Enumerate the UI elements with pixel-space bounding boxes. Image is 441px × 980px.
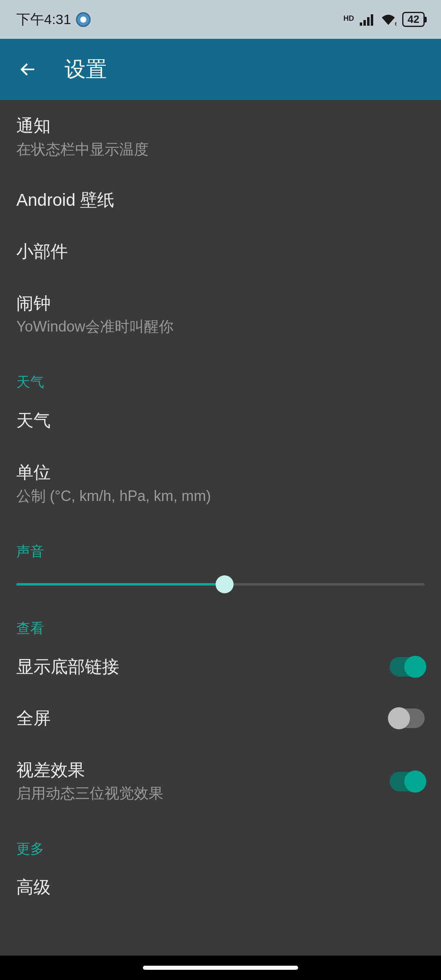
svg-rect-1 bbox=[363, 20, 366, 26]
section-more: 更多 bbox=[16, 818, 425, 862]
item-advanced[interactable]: 高级 bbox=[16, 862, 425, 899]
page-title: 设置 bbox=[65, 55, 107, 84]
item-widget[interactable]: 小部件 bbox=[16, 226, 425, 278]
toggle-knob bbox=[404, 656, 426, 678]
status-right: HD 6 42 bbox=[343, 12, 425, 27]
status-time: 下午4:31 bbox=[16, 10, 71, 29]
slider-fill bbox=[16, 583, 225, 586]
item-units[interactable]: 单位 公制 (°C, km/h, hPa, km, mm) bbox=[16, 447, 425, 521]
sound-slider[interactable] bbox=[16, 564, 425, 598]
item-title: 显示底部链接 bbox=[16, 656, 390, 678]
arrow-left-icon bbox=[18, 60, 38, 79]
status-bar: 下午4:31 HD 6 42 bbox=[0, 0, 441, 39]
item-title: 闹钟 bbox=[16, 292, 425, 315]
item-sub: 在状态栏中显示温度 bbox=[16, 140, 425, 160]
svg-rect-3 bbox=[371, 14, 373, 26]
item-fullscreen[interactable]: 全屏 bbox=[16, 693, 425, 744]
app-bar: 设置 bbox=[0, 39, 441, 100]
nav-handle[interactable] bbox=[143, 966, 298, 970]
item-wallpaper[interactable]: Android 壁纸 bbox=[16, 174, 425, 226]
svg-rect-0 bbox=[360, 22, 362, 26]
item-title: 视差效果 bbox=[16, 759, 390, 782]
item-notification[interactable]: 通知 在状态栏中显示温度 bbox=[16, 100, 425, 174]
item-bottom-links[interactable]: 显示底部链接 bbox=[16, 641, 425, 693]
item-title: 全屏 bbox=[16, 707, 390, 730]
section-sound: 声音 bbox=[16, 521, 425, 564]
item-title: 高级 bbox=[16, 876, 425, 899]
signal-icon bbox=[360, 13, 374, 26]
svg-text:6: 6 bbox=[395, 21, 396, 26]
status-left: 下午4:31 bbox=[16, 10, 91, 29]
item-title: 小部件 bbox=[16, 241, 425, 263]
settings-list: 通知 在状态栏中显示温度 Android 壁纸 小部件 闹钟 YoWindow会… bbox=[0, 100, 441, 899]
weather-status-icon bbox=[76, 12, 91, 27]
section-view: 查看 bbox=[16, 598, 425, 641]
item-weather[interactable]: 天气 bbox=[16, 395, 425, 447]
item-title: Android 壁纸 bbox=[16, 189, 425, 212]
item-alarm[interactable]: 闹钟 YoWindow会准时叫醒你 bbox=[16, 278, 425, 352]
item-sub: 启用动态三位视觉效果 bbox=[16, 784, 390, 804]
item-title: 天气 bbox=[16, 410, 425, 432]
item-parallax[interactable]: 视差效果 启用动态三位视觉效果 bbox=[16, 744, 425, 819]
item-title: 单位 bbox=[16, 461, 425, 484]
svg-rect-2 bbox=[367, 17, 370, 26]
wifi-icon: 6 bbox=[380, 13, 396, 26]
toggle-knob bbox=[404, 771, 426, 793]
battery-icon: 42 bbox=[402, 12, 425, 27]
section-weather: 天气 bbox=[16, 352, 425, 395]
hd-icon: HD bbox=[343, 14, 354, 23]
toggle-bottom-links[interactable] bbox=[390, 657, 425, 677]
toggle-knob bbox=[388, 707, 410, 729]
item-sub: YoWindow会准时叫醒你 bbox=[16, 317, 425, 337]
toggle-parallax[interactable] bbox=[390, 772, 425, 791]
slider-track bbox=[16, 583, 425, 586]
slider-thumb[interactable] bbox=[216, 575, 234, 593]
nav-bar bbox=[0, 956, 441, 980]
item-sub: 公制 (°C, km/h, hPa, km, mm) bbox=[16, 486, 425, 506]
item-title: 通知 bbox=[16, 115, 425, 137]
back-button[interactable] bbox=[16, 58, 39, 81]
toggle-fullscreen[interactable] bbox=[390, 708, 425, 728]
